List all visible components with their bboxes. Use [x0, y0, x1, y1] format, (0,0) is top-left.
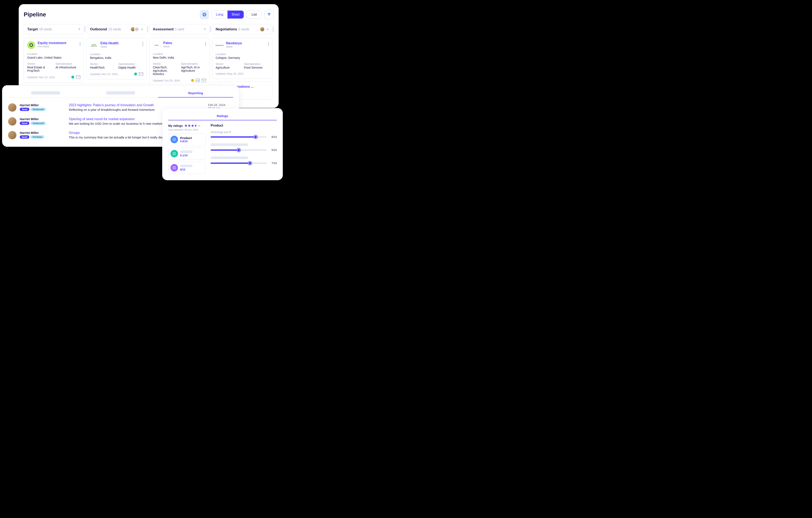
column-title: Assessment: [153, 27, 174, 31]
page-title: Pipeline: [24, 11, 46, 18]
slider-group: Technology and IP 8/10: [211, 131, 277, 139]
tag-outbound: Outbound: [31, 108, 46, 111]
field-label: Location: [27, 52, 81, 56]
field-value: Real Estate & PropTech: [27, 66, 52, 72]
deal-card[interactable]: Equity investment Pre-Seed Location Gran…: [24, 38, 84, 83]
rating-score: 5.8/10: [180, 140, 192, 143]
column-title: Outbound: [90, 27, 107, 31]
field-value: AgriTech, AI in Agriculture: [181, 66, 206, 72]
slider[interactable]: [211, 162, 267, 164]
field-value: Agriculture: [215, 66, 240, 69]
status-dot: [71, 76, 74, 79]
slider-value: 7/10: [269, 161, 277, 164]
card-stage: Seed: [163, 45, 172, 48]
badge-icon[interactable]: [196, 79, 200, 82]
add-card-icon[interactable]: +: [266, 27, 269, 32]
tag-seed: Seed: [20, 108, 29, 111]
slider[interactable]: [211, 136, 267, 138]
slider-thumb[interactable]: [254, 135, 257, 139]
slider-thumb[interactable]: [248, 161, 252, 165]
mail-icon[interactable]: [76, 75, 81, 79]
card-menu-icon[interactable]: [205, 41, 206, 46]
my-ratings-label: My ratings: [168, 124, 183, 127]
avatar: [260, 27, 265, 32]
updated-text: Updated: Nov 22, 2021: [90, 72, 118, 76]
rating-name: Product: [180, 136, 192, 140]
field-value: Grand Lake, United States: [27, 56, 81, 59]
deal-card[interactable]: NAVDANYA Navdanya Seed Location Cologne,…: [212, 38, 272, 79]
ratings-right: Product Technology and IP 8/10 5/10: [211, 124, 277, 176]
field-label: Location: [153, 52, 206, 56]
svg-rect-2: [76, 75, 80, 79]
mail-icon[interactable]: [202, 79, 206, 82]
updated-text: Updated: Oct 25, 2024: [153, 79, 180, 82]
rating-card[interactable]: 6.1/10: [168, 148, 206, 160]
feed-tab-placeholder[interactable]: [83, 90, 158, 97]
ratings-left: My ratings ★★★★★★ Last submitted: 06 Nov…: [168, 124, 206, 176]
column-count: 18 cards: [39, 27, 52, 31]
field-label: Location: [215, 53, 269, 56]
slider-group: 5/10: [211, 144, 277, 152]
field-value: Digital Health: [118, 66, 143, 69]
last-submitted: Last submitted: 06 Nov, 2024: [168, 128, 206, 131]
svg-point-5: [197, 80, 198, 81]
card-menu-icon[interactable]: [268, 41, 269, 46]
field-value: HealthTech: [90, 66, 115, 69]
card-menu-icon[interactable]: [142, 41, 143, 46]
ratings-right-title: Product: [211, 124, 277, 127]
tag-seed: Seed: [20, 122, 29, 125]
column-title: Target: [27, 27, 38, 31]
updated-text: Updated: Nov 22, 2021: [27, 76, 55, 79]
field-value: Bengaluru, India: [90, 56, 143, 59]
tag-outbound: Outbound: [31, 122, 46, 125]
rating-icon: [171, 136, 178, 143]
add-card-icon[interactable]: +: [141, 27, 143, 32]
svg-point-12: [174, 167, 175, 168]
slider-label: Technology and IP: [211, 131, 277, 134]
avatar: [8, 131, 17, 139]
long-toggle[interactable]: Long: [212, 10, 228, 19]
rating-card[interactable]: Product5.8/10: [168, 133, 206, 146]
card-name: Equity investment: [38, 41, 66, 45]
card-stage: Seed: [226, 45, 242, 48]
column-count: 2 cards: [238, 27, 249, 31]
column-header: Negotiations2 cards +: [212, 24, 272, 34]
feed-author: Harriet Miller: [20, 103, 65, 107]
feed-tab-reporting[interactable]: Reporting: [158, 90, 233, 97]
short-toggle[interactable]: Short: [228, 10, 244, 19]
avatar-count: +1: [134, 27, 139, 32]
add-card-icon[interactable]: +: [204, 27, 206, 32]
ratings-tabs: Ratings: [168, 113, 277, 120]
rating-icon: [171, 164, 178, 172]
slider[interactable]: [211, 149, 267, 151]
status-dot: [134, 72, 137, 75]
mail-icon[interactable]: [139, 72, 143, 76]
deal-card[interactable]: ELDA HEALTH Elda Health Seed Location Be…: [87, 38, 147, 80]
rating-card[interactable]: 8/10: [168, 162, 206, 174]
feed-tab-placeholder[interactable]: [8, 90, 83, 97]
field-value: CleanTech, Agriculture, Robotics: [153, 66, 178, 76]
deal-card[interactable]: paleo Paleo Seed Location New Delhi, Ind…: [149, 38, 210, 86]
header-controls: Long Short List: [200, 10, 274, 19]
rating-score: 8/10: [180, 168, 193, 171]
svg-point-8: [174, 139, 175, 140]
star-rating: ★★★★★★: [184, 124, 201, 128]
svg-rect-3: [139, 72, 143, 76]
filter-button[interactable]: [264, 10, 274, 19]
field-value: Food Services: [244, 66, 269, 69]
card-stage: Pre-Seed: [38, 45, 66, 48]
column-count: 1 card: [175, 27, 184, 31]
add-card-icon[interactable]: +: [78, 27, 81, 32]
status-dot: [191, 79, 194, 82]
placeholder: [180, 151, 193, 153]
updated-text: Updated: May 30, 2022: [215, 72, 244, 75]
ratings-tab[interactable]: Ratings: [168, 113, 277, 120]
placeholder: [211, 144, 248, 146]
slider-thumb[interactable]: [237, 148, 240, 152]
list-button[interactable]: List: [246, 10, 262, 19]
card-logo: paleo: [153, 41, 161, 49]
avatar: [8, 103, 17, 112]
add-button[interactable]: [200, 10, 209, 19]
card-menu-icon[interactable]: [80, 41, 81, 46]
rating-score: 6.1/10: [180, 154, 193, 157]
